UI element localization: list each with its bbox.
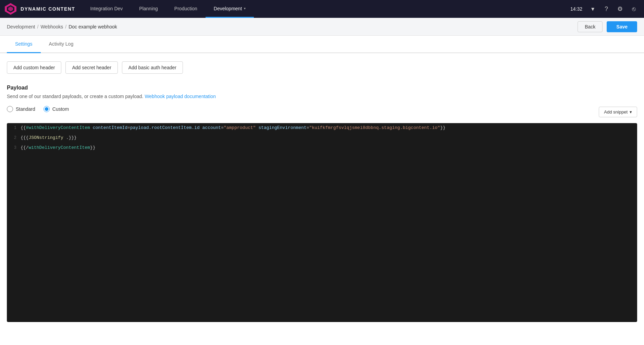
- breadcrumb-sep-2: /: [65, 24, 66, 29]
- logout-icon[interactable]: ⎋: [628, 3, 640, 15]
- breadcrumb: Development / Webhooks / Doc example web…: [7, 24, 117, 29]
- code-editor[interactable]: 1 {{#withDeliveryContentItem contentItem…: [7, 123, 637, 322]
- radio-custom[interactable]: Custom: [44, 106, 69, 112]
- development-dropdown-arrow-icon: ▾: [244, 7, 246, 10]
- line-content-1: {{#withDeliveryContentItem contentItemId…: [21, 123, 446, 133]
- line-content-3: {{/withDeliveryContentItem}}: [21, 143, 95, 153]
- tab-activity-log[interactable]: Activity Log: [41, 36, 82, 53]
- tab-settings[interactable]: Settings: [7, 36, 41, 53]
- header-buttons: Add custom header Add secret header Add …: [7, 61, 637, 74]
- snippet-dropdown-arrow-icon: ▾: [630, 109, 632, 115]
- nav-item-planning[interactable]: Planning: [131, 0, 166, 18]
- nav-item-integration-dev[interactable]: Integration Dev: [82, 0, 131, 18]
- payload-section: Payload Send one of our standard payload…: [7, 85, 637, 322]
- brand-logo-icon: [4, 2, 17, 15]
- brand-name: DYNAMIC CONTENT: [21, 6, 75, 12]
- nav-right: 14:32 ▾ ? ⚙ ⎋: [568, 3, 644, 15]
- add-snippet-button[interactable]: Add snippet ▾: [599, 107, 637, 117]
- back-button[interactable]: Back: [578, 21, 603, 32]
- nav-item-production[interactable]: Production: [166, 0, 206, 18]
- payload-title: Payload: [7, 85, 637, 91]
- help-icon[interactable]: ?: [600, 3, 612, 15]
- line-content-2: {{{JSONstringify .}}}: [21, 133, 77, 143]
- breadcrumb-bar: Development / Webhooks / Doc example web…: [0, 18, 644, 36]
- payload-options-row: Standard Custom Add snippet ▾: [7, 106, 637, 118]
- snippet-btn-container: Add snippet ▾: [599, 107, 637, 117]
- time-dropdown-icon[interactable]: ▾: [586, 3, 599, 15]
- settings-icon[interactable]: ⚙: [614, 3, 626, 15]
- line-num-2: 2: [7, 133, 21, 143]
- nav-items: Integration Dev Planning Production Deve…: [82, 0, 568, 18]
- nav-item-development[interactable]: Development ▾: [206, 0, 254, 18]
- code-line-1: 1 {{#withDeliveryContentItem contentItem…: [7, 123, 637, 133]
- save-button[interactable]: Save: [607, 21, 637, 32]
- breadcrumb-actions: Back Save: [578, 21, 637, 32]
- payload-description: Send one of our standard payloads, or cr…: [7, 94, 637, 99]
- add-secret-header-button[interactable]: Add secret header: [65, 61, 117, 74]
- code-line-3: 3 {{/withDeliveryContentItem}}: [7, 143, 637, 153]
- breadcrumb-development[interactable]: Development: [7, 24, 35, 29]
- main-content: Add custom header Add secret header Add …: [0, 53, 644, 330]
- brand: DYNAMIC CONTENT: [4, 2, 82, 15]
- add-custom-header-button[interactable]: Add custom header: [7, 61, 61, 74]
- webhook-doc-link[interactable]: Webhook payload documentation: [145, 94, 216, 99]
- radio-standard-input[interactable]: [7, 106, 13, 112]
- payload-radio-group: Standard Custom: [7, 106, 69, 112]
- breadcrumb-current: Doc example webhook: [69, 24, 117, 29]
- top-navigation: DYNAMIC CONTENT Integration Dev Planning…: [0, 0, 644, 18]
- radio-custom-input[interactable]: [44, 106, 50, 112]
- radio-standard[interactable]: Standard: [7, 106, 35, 112]
- breadcrumb-sep-1: /: [37, 24, 39, 29]
- line-num-1: 1: [7, 123, 21, 133]
- line-num-3: 3: [7, 143, 21, 153]
- nav-time: 14:32: [568, 6, 585, 12]
- add-basic-auth-header-button[interactable]: Add basic auth header: [122, 61, 183, 74]
- breadcrumb-webhooks[interactable]: Webhooks: [40, 24, 63, 29]
- code-line-2: 2 {{{JSONstringify .}}}: [7, 133, 637, 143]
- tabs-bar: Settings Activity Log: [0, 36, 644, 53]
